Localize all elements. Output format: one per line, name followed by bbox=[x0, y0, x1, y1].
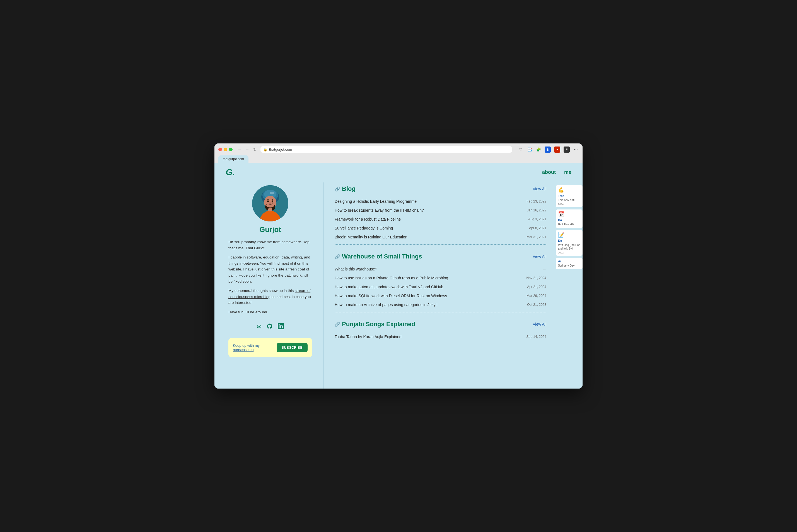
list-item: Surveillance Pedagogy is Coming Apr 8, 2… bbox=[334, 224, 546, 232]
list-item: Designing a Holistic Early Learning Prog… bbox=[334, 197, 546, 206]
site-logo[interactable]: G. bbox=[225, 167, 235, 177]
svg-rect-11 bbox=[268, 208, 272, 211]
forward-button[interactable]: → bbox=[244, 147, 250, 152]
list-item: Tauba Tauba by Karan Aujla Explained Sep… bbox=[334, 332, 546, 341]
main-layout: Gurjot Hi! You probably know me from som… bbox=[215, 180, 582, 388]
reload-button[interactable]: ↻ bbox=[252, 147, 258, 152]
blog-section-header: 🔗 Blog View All bbox=[334, 185, 546, 192]
subscribe-box: Keep up with my nonsense on SUBSCRIBE bbox=[229, 338, 312, 357]
vertical-divider bbox=[323, 183, 324, 388]
red-extension[interactable]: ● bbox=[554, 147, 560, 153]
warehouse-section: 🔗 Warehouse of Small Things View All Wha… bbox=[334, 253, 546, 312]
maximize-button[interactable] bbox=[229, 148, 233, 151]
address-bar[interactable]: 🔒 thatgurjot.com bbox=[260, 146, 512, 153]
warehouse-section-header: 🔗 Warehouse of Small Things View All bbox=[334, 253, 546, 260]
shield-icon[interactable]: 🛡 bbox=[518, 147, 523, 152]
email-icon[interactable]: ✉ bbox=[257, 323, 261, 330]
traffic-lights bbox=[218, 148, 233, 151]
bookmark-icon[interactable]: 📑 bbox=[527, 147, 532, 152]
warehouse-divider bbox=[334, 312, 546, 312]
bio-3: My ephemeral thoughts show up in this st… bbox=[229, 288, 312, 306]
side-card-da[interactable]: 📅 Da Bett This 202 bbox=[556, 209, 582, 228]
bio-1: Hi! You probably know me from somewhere.… bbox=[229, 239, 312, 251]
site-nav: about me bbox=[542, 169, 572, 175]
svg-point-10 bbox=[269, 203, 271, 204]
back-button[interactable]: ← bbox=[236, 147, 242, 152]
svg-point-4 bbox=[270, 192, 274, 194]
list-item: How to make automatic updates work with … bbox=[334, 282, 546, 291]
punjabi-songs-section: 🔗 Punjabi Songs Explained View All Tauba… bbox=[334, 321, 546, 341]
blog-section-title: 🔗 Blog bbox=[334, 185, 356, 192]
warehouse-link-icon: 🔗 bbox=[334, 254, 340, 259]
profile-name: Gurjot bbox=[229, 225, 312, 234]
linkedin-icon[interactable] bbox=[278, 323, 284, 330]
list-item: How to make SQLite work with Diesel ORM … bbox=[334, 291, 546, 300]
blog-view-all[interactable]: View All bbox=[532, 187, 546, 191]
punjabi-songs-view-all[interactable]: View All bbox=[532, 322, 546, 326]
active-tab[interactable]: thatgurjot.com bbox=[218, 155, 249, 163]
nav-about[interactable]: about bbox=[542, 169, 556, 175]
left-panel: Gurjot Hi! You probably know me from som… bbox=[215, 183, 321, 388]
subscribe-label[interactable]: Keep up with my nonsense on bbox=[233, 343, 274, 352]
warehouse-section-title: 🔗 Warehouse of Small Things bbox=[334, 253, 422, 260]
social-icons: ✉ bbox=[229, 323, 312, 330]
svg-point-7 bbox=[272, 201, 273, 203]
blog-link-icon: 🔗 bbox=[334, 186, 340, 192]
side-card-ai[interactable]: Ai Scri serv Dev bbox=[556, 258, 582, 269]
punjabi-songs-section-header: 🔗 Punjabi Songs Explained View All bbox=[334, 321, 546, 328]
more-options-icon[interactable]: ⋯ bbox=[573, 147, 579, 152]
list-item: What is this warehouse? --- bbox=[334, 265, 546, 273]
bio-4: Have fun! I'll be around. bbox=[229, 309, 312, 315]
site-header: G. about me bbox=[215, 163, 582, 180]
right-panel: 🔗 Blog View All Designing a Holistic Ear… bbox=[326, 183, 555, 388]
side-card-emoji-3: 📝 bbox=[558, 232, 580, 238]
avatar bbox=[252, 185, 288, 222]
url-text: thatgurjot.com bbox=[269, 147, 509, 152]
blog-divider bbox=[334, 244, 546, 245]
warehouse-items-list: What is this warehouse? --- How to use I… bbox=[334, 265, 546, 309]
list-item: Framework for a Robust Data Pipeline Aug… bbox=[334, 215, 546, 224]
side-card-trac[interactable]: 💪 Trac This new enti 2024 bbox=[556, 185, 582, 207]
close-button[interactable] bbox=[218, 148, 222, 151]
browser-tabs-row: thatgurjot.com bbox=[218, 155, 579, 163]
punjabi-songs-section-title: 🔗 Punjabi Songs Explained bbox=[334, 321, 415, 328]
svg-point-6 bbox=[267, 201, 269, 203]
browser-toolbar-right: 🛡 📑 🧩 B ● F ⋯ bbox=[518, 147, 579, 153]
list-item: Bitcoin Mentality is Ruining Our Educati… bbox=[334, 232, 546, 242]
bitwarden-extension[interactable]: B bbox=[545, 147, 551, 153]
side-card-emoji-2: 📅 bbox=[558, 211, 580, 217]
extensions-icon[interactable]: 🧩 bbox=[536, 147, 541, 152]
side-card-de[interactable]: 📝 De Writ Orig (the Pos and folk Swi 202… bbox=[556, 230, 582, 256]
figma-extension[interactable]: F bbox=[564, 147, 570, 153]
github-icon[interactable] bbox=[267, 323, 273, 330]
blog-items-list: Designing a Holistic Early Learning Prog… bbox=[334, 197, 546, 242]
minimize-button[interactable] bbox=[224, 148, 227, 151]
nav-me[interactable]: me bbox=[564, 169, 572, 175]
browser-nav-buttons: ← → ↻ bbox=[236, 147, 258, 152]
side-panel-right: 💪 Trac This new enti 2024 📅 Da Bett This… bbox=[555, 183, 582, 388]
warehouse-view-all[interactable]: View All bbox=[532, 254, 546, 259]
punjabi-songs-items-list: Tauba Tauba by Karan Aujla Explained Sep… bbox=[334, 332, 546, 341]
bio-2: I dabble in software, education, data, w… bbox=[229, 254, 312, 284]
punjabi-songs-link-icon: 🔗 bbox=[334, 322, 340, 327]
list-item: How to make an Archive of pages using ca… bbox=[334, 300, 546, 309]
blog-section: 🔗 Blog View All Designing a Holistic Ear… bbox=[334, 185, 546, 245]
lock-icon: 🔒 bbox=[263, 148, 268, 152]
browser-chrome: ← → ↻ 🔒 thatgurjot.com 🛡 📑 🧩 B ● F ⋯ tha… bbox=[215, 144, 582, 163]
page-content: G. about me bbox=[215, 163, 582, 388]
side-card-emoji: 💪 bbox=[558, 187, 580, 193]
avatar-container bbox=[229, 185, 312, 222]
list-item: How to break students away from the IIT-… bbox=[334, 206, 546, 215]
list-item: How to use Issues on a Private Github re… bbox=[334, 273, 546, 282]
subscribe-button[interactable]: SUBSCRIBE bbox=[277, 343, 308, 352]
